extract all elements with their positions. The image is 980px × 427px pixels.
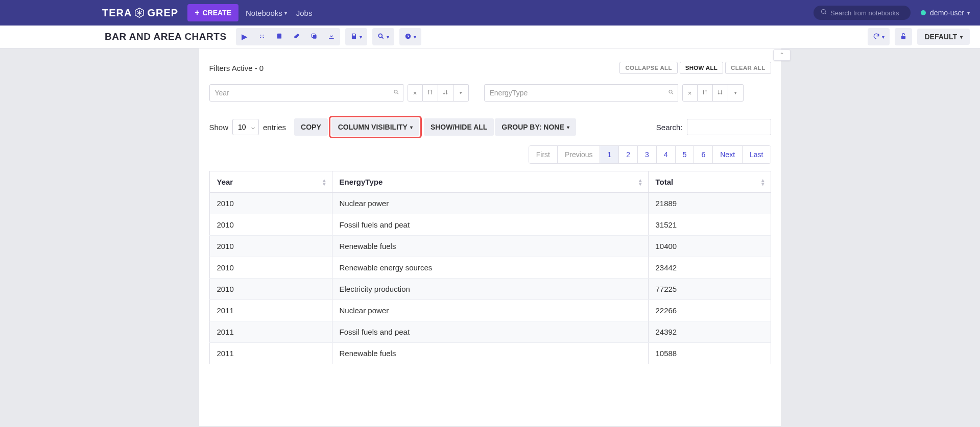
search-box[interactable] [814, 6, 911, 20]
filters-active-text: Filters Active - 0 [209, 64, 264, 72]
panel-collapse-toggle[interactable]: ⌃ [773, 49, 791, 61]
status-dot-icon [921, 10, 926, 15]
caret-down-icon: ▾ [960, 34, 963, 40]
page-3[interactable]: 3 [637, 146, 656, 163]
page-previous[interactable]: Previous [557, 146, 600, 163]
svg-rect-4 [277, 37, 281, 38]
show-label: Show [209, 123, 229, 132]
svg-rect-10 [901, 36, 905, 39]
nav-jobs[interactable]: Jobs [296, 9, 313, 17]
run-button[interactable]: ▶ [236, 28, 253, 45]
filter-energytype-input[interactable] [484, 84, 678, 102]
book-icon [276, 33, 283, 41]
page-1[interactable]: 1 [600, 146, 618, 163]
plus-icon: + [195, 8, 199, 17]
table-cell: Renewable fuels [332, 343, 648, 364]
schedule-dropdown[interactable]: ▾ [399, 28, 421, 45]
highlighted-region: COLUMN VISIBILITY ▾ [329, 116, 422, 138]
table-cell: Fossil fuels and peat [332, 214, 648, 236]
svg-point-1 [822, 10, 826, 14]
col-energy-header[interactable]: EnergyType▴▾ [332, 171, 648, 193]
filter-sort-desc-button[interactable] [438, 84, 453, 102]
table-search-input[interactable] [687, 119, 771, 135]
clear-all-button[interactable]: CLEAR ALL [725, 62, 771, 74]
sort-asc-icon [427, 89, 433, 97]
filter-sort-desc-button[interactable] [713, 84, 728, 102]
table-row: 2011Nuclear power22266 [209, 300, 771, 321]
search-icon [821, 9, 827, 17]
collapse-all-button[interactable]: COLLAPSE ALL [619, 62, 677, 74]
filter-year-input[interactable] [209, 84, 403, 102]
table-cell: 2010 [209, 257, 332, 279]
table-cell: Renewable energy sources [332, 257, 648, 279]
show-all-button[interactable]: SHOW ALL [680, 62, 723, 74]
refresh-icon [873, 33, 880, 41]
nav-notebooks[interactable]: Notebooks ▾ [246, 9, 287, 17]
sort-icon: ▴▾ [761, 179, 764, 186]
caret-down-icon: ▾ [567, 124, 569, 130]
refresh-dropdown[interactable]: ▾ [868, 28, 890, 45]
search-input[interactable] [830, 9, 903, 17]
table-row: 2010Fossil fuels and peat31521 [209, 214, 771, 236]
page-first[interactable]: First [529, 146, 557, 163]
collapse-button[interactable] [253, 28, 271, 45]
filter-sort-asc-button[interactable] [423, 84, 438, 102]
sort-icon: ▴▾ [323, 179, 326, 186]
logo[interactable]: TERA GREP [102, 7, 178, 19]
search-dropdown[interactable]: ▾ [372, 28, 394, 45]
sort-desc-icon [717, 89, 723, 97]
svg-line-8 [381, 37, 384, 39]
pagination: First Previous 1 2 3 4 5 6 Next Last [209, 145, 771, 164]
content-panel: ⌃ Filters Active - 0 COLLAPSE ALL SHOW A… [199, 48, 781, 426]
compress-icon [258, 33, 266, 41]
col-year-header[interactable]: Year▴▾ [209, 171, 332, 193]
page-last[interactable]: Last [742, 146, 770, 163]
user-menu[interactable]: demo-user ▾ [921, 9, 970, 17]
entries-select[interactable]: 10 [232, 119, 259, 135]
filter-clear-button[interactable]: × [408, 84, 423, 102]
table-cell: Nuclear power [332, 193, 648, 214]
toolbar: BAR AND AREA CHARTS ▶ ▾ ▾ ▾ ▾ DEFAULT ▾ [0, 26, 980, 48]
page-next[interactable]: Next [712, 146, 742, 163]
page-4[interactable]: 4 [656, 146, 675, 163]
page-2[interactable]: 2 [618, 146, 637, 163]
svg-line-2 [825, 13, 826, 14]
column-visibility-button[interactable]: COLUMN VISIBILITY ▾ [331, 118, 419, 136]
table-row: 2011Fossil fuels and peat24392 [209, 321, 771, 343]
show-hide-all-button[interactable]: SHOW/HIDE ALL [424, 118, 494, 136]
caret-down-icon: ▾ [882, 34, 885, 40]
create-button[interactable]: + CREATE [187, 4, 238, 21]
download-button[interactable] [323, 28, 340, 45]
caret-down-icon: ▾ [410, 124, 413, 130]
table-cell: 2011 [209, 343, 332, 364]
filter-more-button[interactable]: ▾ [728, 84, 744, 102]
caret-down-icon: ▾ [360, 34, 362, 40]
lock-button[interactable] [895, 28, 912, 45]
nav-jobs-label: Jobs [296, 9, 313, 17]
filter-more-button[interactable]: ▾ [453, 84, 469, 102]
filter-energytype-group: × ▾ [484, 84, 744, 102]
page-5[interactable]: 5 [675, 146, 694, 163]
filter-clear-button[interactable]: × [682, 84, 698, 102]
save-dropdown[interactable]: ▾ [345, 28, 367, 45]
unlock-icon [900, 33, 907, 41]
group-by-label: GROUP BY: NONE [501, 123, 564, 131]
nav-notebooks-label: Notebooks [246, 9, 282, 17]
column-visibility-label: COLUMN VISIBILITY [338, 123, 408, 131]
copy-table-button[interactable]: COPY [294, 118, 328, 136]
default-dropdown[interactable]: DEFAULT ▾ [917, 29, 970, 45]
filter-sort-asc-button[interactable] [698, 84, 713, 102]
book-button[interactable] [271, 28, 288, 45]
table-cell: 10588 [648, 343, 771, 364]
col-total-header[interactable]: Total▴▾ [648, 171, 771, 193]
copy-button[interactable] [305, 28, 323, 45]
sort-icon: ▴▾ [639, 179, 642, 186]
page-6[interactable]: 6 [694, 146, 712, 163]
table-cell: 2010 [209, 193, 332, 214]
erase-button[interactable] [288, 28, 305, 45]
table-cell: Fossil fuels and peat [332, 321, 648, 343]
filter-year-group: × ▾ [209, 84, 469, 102]
group-by-button[interactable]: GROUP BY: NONE ▾ [495, 118, 576, 136]
table-row: 2010Renewable energy sources23442 [209, 257, 771, 279]
download-icon [328, 33, 335, 41]
